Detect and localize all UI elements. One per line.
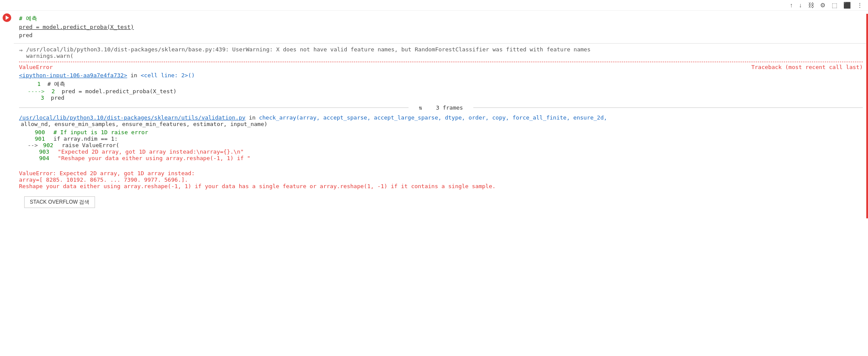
cell-toolbar: ↑ ↓ ⛓ ⚙ ⬚ ⬛ ⋮	[0, 0, 868, 11]
traceback-line-1-text: # 예측	[48, 81, 66, 87]
code-line-2: pred = model.predict_proba(X_test)	[19, 23, 863, 32]
cell-input-area: # 예측 pred = model.predict_proba(X_test) …	[0, 11, 868, 43]
error-name: ValueError	[19, 64, 53, 70]
cell-output: ⇒ /usr/local/lib/python3.10/dist-package…	[14, 43, 868, 218]
input-link-line: <ipython-input-106-aa9a7e4fa732> in <cel…	[19, 72, 863, 79]
error-block: ValueError Traceback (most recent call l…	[14, 62, 868, 167]
src-text-903: "Expected 2D array, got 1D array instead…	[58, 148, 244, 155]
code-line-3: pred	[19, 31, 863, 40]
traceback-line-2-text: pred = model.predict_proba(X_test)	[62, 88, 177, 95]
frames-icon: ⇅	[414, 104, 428, 111]
notebook-cell: ↑ ↓ ⛓ ⚙ ⬚ ⬛ ⋮ # 예측 pred = model.predict_…	[0, 0, 868, 218]
arrow-2: ---->	[28, 88, 44, 95]
code-underline: pred = model.predict_proba(X_test)	[19, 24, 134, 30]
traceback-code-block: 1 # 예측 ----> 2 pred = model.predict_prob…	[28, 80, 863, 101]
traceback-line-3: 3 pred	[28, 95, 863, 101]
stackoverflow-button[interactable]: STACK OVERFLOW 검색	[24, 196, 95, 208]
warning-content: /usr/local/lib/python3.10/dist-packages/…	[26, 46, 590, 59]
src-line-900: 900 # If input is 1D raise error	[28, 129, 863, 135]
traceback-line-2: ----> 2 pred = model.predict_proba(X_tes…	[28, 88, 863, 95]
cell-line-ref: <cell line: 2>()	[141, 72, 195, 79]
link-button[interactable]: ⛓	[806, 1, 816, 9]
traceback-source-block: 900 # If input is 1D raise error 901 if …	[28, 129, 863, 161]
output-icon: ⇒	[19, 47, 22, 54]
traceback-in-word: in	[249, 114, 259, 121]
src-text-902: raise ValueError(	[62, 142, 119, 148]
cell-line-text: in	[130, 72, 140, 79]
expand-button[interactable]: ⬚	[830, 1, 839, 9]
traceback-file-link[interactable]: /usr/local/lib/python3.10/dist-packages/…	[19, 114, 245, 121]
stop-button[interactable]: ⬛	[842, 1, 852, 9]
line-num-3: 3	[28, 95, 44, 101]
error-indicator-bar	[866, 14, 868, 218]
src-line-904: 904 "Reshape your data either using arra…	[28, 155, 863, 161]
frames-divider: ⇅ 3 frames	[19, 104, 863, 111]
line-num-1: 1	[28, 81, 41, 87]
cell-code: # 예측 pred = model.predict_proba(X_test) …	[14, 11, 868, 43]
warning-line-1: /usr/local/lib/python3.10/dist-packages/…	[26, 46, 590, 53]
src-line-903: 903 "Expected 2D array, got 1D array ins…	[28, 148, 863, 155]
more-button[interactable]: ⋮	[855, 1, 865, 9]
traceback-line-1: 1 # 예측	[28, 80, 863, 88]
src-line-902: --> 902 raise ValueError(	[28, 142, 863, 148]
move-up-button[interactable]: ↑	[788, 1, 795, 9]
comment-text: # 예측	[19, 15, 37, 22]
run-icon	[3, 13, 11, 22]
run-button[interactable]	[0, 11, 14, 22]
traceback-func-name: check_array(array, accept_sparse, accept…	[259, 114, 607, 121]
frames-count: 3 frames	[431, 104, 469, 111]
move-down-button[interactable]: ↓	[797, 1, 804, 9]
code-text: pred	[19, 32, 32, 38]
traceback-func-args: allow_nd, ensure_min_samples, ensure_min…	[21, 121, 863, 127]
error-header: ValueError Traceback (most recent call l…	[19, 64, 863, 70]
src-num-900: 900	[28, 129, 45, 135]
warning-line-2: warnings.warn(	[26, 53, 590, 59]
src-num-901: 901	[28, 135, 45, 142]
src-num-904: 904	[28, 155, 49, 161]
src-text-904: "Reshape your data either using array.re…	[58, 155, 250, 161]
final-error-line-2: array=[ 8285. 10192. 8675. ... 7390. 997…	[19, 176, 863, 183]
frames-label: ⇅ 3 frames	[409, 104, 473, 111]
stackoverflow-area: STACK OVERFLOW 검색	[14, 191, 868, 218]
src-num-902: 902	[41, 142, 53, 148]
traceback-label: Traceback (most recent call last)	[751, 64, 863, 70]
output-warning: ⇒ /usr/local/lib/python3.10/dist-package…	[14, 44, 868, 62]
line-num-2: 2	[48, 88, 55, 95]
src-line-901: 901 if array.ndim == 1:	[28, 135, 863, 142]
traceback-line-3-text: pred	[51, 95, 64, 101]
final-error-line-1: ValueError: Expected 2D array, got 1D ar…	[19, 170, 863, 176]
arrow-902: -->	[28, 142, 38, 148]
final-error-block: ValueError: Expected 2D array, got 1D ar…	[14, 167, 868, 191]
input-link[interactable]: <ipython-input-106-aa9a7e4fa732>	[19, 72, 127, 79]
settings-button[interactable]: ⚙	[818, 1, 827, 9]
traceback-file-line: /usr/local/lib/python3.10/dist-packages/…	[19, 114, 863, 121]
src-text-900: # If input is 1D raise error	[54, 129, 148, 135]
code-line-1: # 예측	[19, 14, 863, 23]
src-num-903: 903	[28, 148, 49, 155]
final-error-line-3: Reshape your data either using array.res…	[19, 183, 863, 189]
src-text-901: if array.ndim == 1:	[54, 135, 118, 142]
